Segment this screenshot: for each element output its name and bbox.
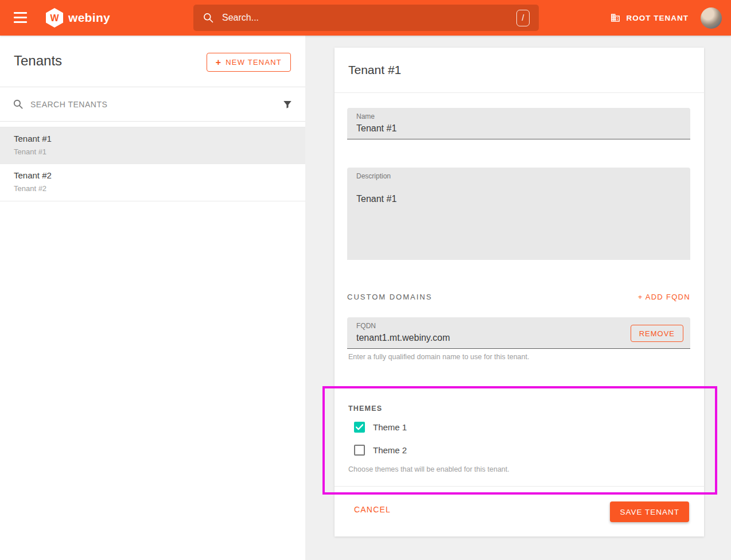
save-tenant-button[interactable]: SAVE TENANT [610, 501, 689, 522]
root-tenant-button[interactable]: ROOT TENANT [610, 0, 689, 36]
plus-icon: + [216, 57, 222, 68]
fqdn-field[interactable]: FQDN REMOVE [347, 317, 690, 349]
building-icon [610, 13, 621, 23]
tenant-form-card: Tenant #1 Name Description Tenant #1 CUS… [335, 48, 704, 536]
name-field-label: Name [356, 112, 375, 120]
brand-name: webiny [68, 11, 110, 25]
fqdn-field-label: FQDN [356, 322, 376, 330]
description-value: Tenant #1 [356, 194, 586, 204]
tenant-item-subtitle: Tenant #2 [14, 184, 291, 193]
tenant-item-subtitle: Tenant #1 [14, 147, 291, 156]
tenants-list-header: Tenants + NEW TENANT [0, 36, 305, 87]
page-title: Tenants [14, 53, 62, 69]
cancel-button[interactable]: CANCEL [354, 505, 391, 514]
root-tenant-label: ROOT TENANT [627, 14, 689, 22]
tenant-item-title: Tenant #2 [14, 170, 291, 180]
theme-2-label: Theme 2 [373, 445, 407, 455]
check-icon [356, 424, 363, 430]
themes-helper-text: Choose themes that will be enabled for t… [348, 465, 510, 473]
add-fqdn-button[interactable]: + ADD FQDN [638, 293, 690, 301]
svg-text:W: W [50, 13, 59, 23]
remove-fqdn-button[interactable]: REMOVE [631, 325, 683, 342]
global-search[interactable]: Search... / [193, 5, 539, 31]
fqdn-input[interactable] [356, 333, 586, 343]
global-search-placeholder: Search... [222, 13, 516, 23]
search-tenants-input[interactable] [30, 100, 282, 109]
filter-icon[interactable] [282, 99, 293, 110]
tenants-list-panel: Tenants + NEW TENANT Tenant #1 Tenant #1… [0, 36, 305, 560]
user-avatar[interactable] [701, 7, 722, 29]
form-action-bar: CANCEL SAVE TENANT [335, 487, 704, 536]
new-tenant-button-label: NEW TENANT [225, 58, 282, 67]
theme-1-label: Theme 1 [373, 422, 407, 432]
webiny-hexagon-icon: W [45, 7, 64, 28]
search-icon [203, 12, 214, 24]
tenant-list: Tenant #1 Tenant #1 Tenant #2 Tenant #2 [0, 127, 305, 201]
slash-shortcut-badge: / [516, 10, 530, 26]
checkbox-checked-icon[interactable] [354, 422, 365, 433]
custom-domains-header: CUSTOM DOMAINS + ADD FQDN [347, 293, 690, 301]
name-input[interactable] [356, 123, 586, 134]
tenant-list-item-2[interactable]: Tenant #2 Tenant #2 [0, 164, 305, 201]
search-icon [13, 99, 24, 110]
tenant-search-row [0, 87, 305, 122]
name-field[interactable]: Name [347, 108, 690, 139]
menu-icon[interactable] [14, 12, 27, 24]
custom-domains-label: CUSTOM DOMAINS [347, 293, 432, 301]
form-title: Tenant #1 [348, 63, 401, 77]
new-tenant-button[interactable]: + NEW TENANT [207, 53, 291, 72]
app-window: W webiny Search... / ROOT TENANT Tenants… [0, 0, 731, 560]
theme-1-checkbox-row[interactable]: Theme 1 [354, 422, 407, 433]
fqdn-helper-text: Enter a fully qualified domain name to u… [348, 353, 529, 361]
description-field-label: Description [356, 172, 391, 180]
description-field[interactable]: Description Tenant #1 [347, 168, 690, 260]
tenant-list-item-1[interactable]: Tenant #1 Tenant #1 [0, 127, 305, 164]
themes-section-label: THEMES [348, 405, 382, 413]
webiny-logo[interactable]: W webiny [45, 7, 110, 28]
form-header: Tenant #1 [335, 48, 704, 93]
tenant-item-title: Tenant #1 [14, 134, 291, 143]
checkbox-unchecked-icon[interactable] [354, 445, 365, 456]
theme-2-checkbox-row[interactable]: Theme 2 [354, 445, 407, 456]
top-app-bar: W webiny Search... / ROOT TENANT [0, 0, 731, 36]
